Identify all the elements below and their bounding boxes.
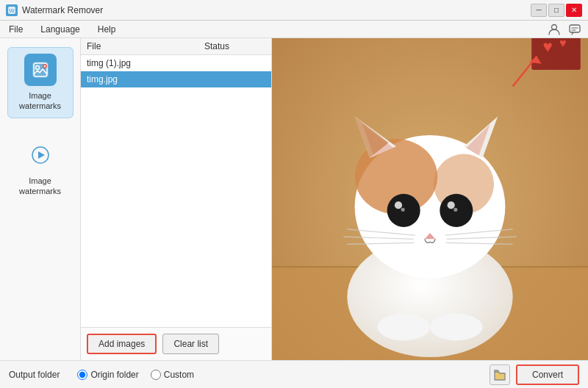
- title-bar-left: W Watermark Remover: [6, 4, 103, 16]
- svg-marker-9: [38, 151, 45, 159]
- chat-icon[interactable]: [567, 22, 582, 37]
- file-row[interactable]: timg (1).jpg: [81, 55, 271, 71]
- bottom-bar: Output folder Origin folder Custom Conve…: [0, 360, 588, 388]
- convert-button[interactable]: Convert: [516, 364, 579, 385]
- clear-list-button[interactable]: Clear list: [162, 334, 219, 354]
- app-title: Watermark Remover: [22, 5, 103, 15]
- svg-point-25: [448, 201, 455, 209]
- sidebar: Imagewatermarks Imagewatermarks: [0, 38, 81, 360]
- sidebar-item-image-watermarks-2[interactable]: Imagewatermarks: [7, 133, 74, 203]
- output-folder-label: Output folder: [9, 370, 60, 380]
- sidebar-item-label-active: Imagewatermarks: [19, 90, 61, 112]
- svg-point-36: [430, 314, 483, 341]
- svg-text:W: W: [9, 7, 15, 14]
- file-buttons: Add images Clear list: [81, 327, 271, 360]
- menu-bar: File Language Help: [0, 21, 588, 38]
- file-header-status: Status: [204, 41, 265, 51]
- svg-rect-3: [570, 25, 580, 32]
- file-name-2: timg.jpg: [87, 74, 204, 85]
- file-list-header: File Status: [81, 38, 271, 55]
- minimize-button[interactable]: ─: [531, 4, 547, 17]
- custom-label: Custom: [164, 370, 194, 380]
- svg-rect-37: [531, 38, 581, 70]
- svg-point-24: [395, 201, 402, 209]
- origin-folder-label: Origin folder: [90, 370, 138, 380]
- close-button[interactable]: ✕: [566, 4, 582, 17]
- preview-panel: ♥ ♥: [272, 38, 588, 360]
- menu-file[interactable]: File: [6, 23, 26, 36]
- menu-language[interactable]: Language: [37, 23, 82, 36]
- radio-group: Origin folder Custom: [77, 370, 194, 380]
- custom-radio[interactable]: [151, 370, 161, 380]
- sidebar-item-image-watermarks-active[interactable]: Imagewatermarks: [7, 47, 74, 118]
- menu-bar-icons: [547, 22, 582, 37]
- menu-help[interactable]: Help: [95, 23, 119, 36]
- main-area: Imagewatermarks Imagewatermarks File Sta…: [0, 38, 588, 360]
- origin-folder-option[interactable]: Origin folder: [77, 370, 138, 380]
- app-icon: W: [6, 4, 18, 16]
- file-name-1: timg (1).jpg: [87, 58, 204, 68]
- file-row-selected[interactable]: timg.jpg: [81, 71, 271, 87]
- user-icon[interactable]: [547, 22, 562, 37]
- title-bar-controls: ─ □ ✕: [531, 4, 582, 17]
- svg-point-27: [453, 208, 457, 212]
- sidebar-item-label-2: Imagewatermarks: [19, 176, 61, 197]
- title-bar: W Watermark Remover ─ □ ✕: [0, 0, 588, 21]
- svg-text:♥: ♥: [543, 38, 553, 56]
- preview-image: ♥ ♥: [272, 38, 588, 360]
- maximize-button[interactable]: □: [548, 4, 564, 17]
- file-header-file: File: [87, 41, 204, 51]
- image-watermarks-icon-active: [24, 54, 57, 86]
- svg-text:♥: ♥: [559, 38, 567, 49]
- file-list: timg (1).jpg timg.jpg: [81, 55, 271, 327]
- svg-point-26: [401, 208, 405, 212]
- bottom-bar-right: Convert: [490, 364, 579, 385]
- folder-browse-button[interactable]: [490, 364, 510, 385]
- file-panel: File Status timg (1).jpg timg.jpg Add im…: [81, 38, 272, 360]
- custom-option[interactable]: Custom: [151, 370, 194, 380]
- origin-folder-radio[interactable]: [77, 370, 87, 380]
- svg-point-35: [377, 314, 430, 341]
- add-images-button[interactable]: Add images: [87, 334, 157, 354]
- image-watermarks-icon-2: [24, 139, 57, 171]
